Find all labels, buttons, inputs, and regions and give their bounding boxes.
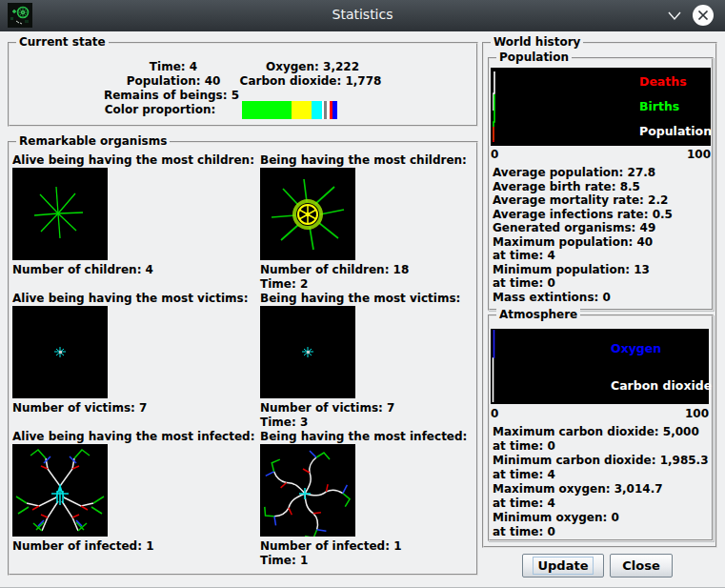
tiny-cyan-organism-icon [260,306,355,398]
yellow-wheel-organism-icon [260,168,355,260]
carbon-dioxide-value: Carbon dioxide: 1,778 [240,74,382,88]
organism-image-most-infected [260,444,355,537]
population-chart: Deaths Births Population [491,68,711,146]
stat-minimum-population: Minimum population: 13 [493,263,673,277]
cell-header: Alive being having the most infected: [12,430,254,444]
remarkable-organisms-title: Remarkable organisms [16,134,170,149]
organism-image-most-victims [260,306,355,398]
legend-deaths: Deaths [639,75,687,88]
cell-caption-2: Time: 2 [260,277,502,292]
current-state-group: Current state Time: 4 Oxygen: 3,222 Popu… [8,42,478,127]
stat-max-oxygen: Maximum oxygen: 3,014.7 [493,482,709,497]
legend-carbon-dioxide: Carbon dioxide [611,379,712,392]
stat-min-co2-time: at time: 4 [493,468,709,482]
cell-header: Alive being having the most children: [12,153,254,168]
world-history-title: World history [491,35,583,50]
cell-caption-2: Time: 3 [260,416,502,430]
cell-most-victims: Being having the most victims: Number of… [260,292,502,430]
remains-value: Remains of beings: 5 [104,89,239,102]
cell-header: Being having the most infected: [260,430,502,444]
stat-min-o2-time: at time: 0 [493,525,709,539]
cell-caption: Number of victims: 7 [12,401,254,416]
remarkable-organisms-group: Remarkable organisms Alive being having … [8,141,478,576]
x-min-label: 0 [491,148,498,161]
stat-max-pop-time: at time: 4 [493,249,673,263]
stat-average-population: Average population: 27.8 [493,166,673,180]
close-icon [697,10,709,21]
stat-average-mortality: Average mortality rate: 2.2 [493,193,673,208]
cell-caption-2: Time: 1 [260,554,502,568]
world-history-group: World history Population Deaths Births P… [482,42,717,548]
population-panel: Population Deaths Births Population 0 10… [488,57,714,311]
cell-header: Alive being having the most victims: [12,292,254,306]
close-button[interactable]: Close [610,554,673,578]
green-star-organism-icon [12,168,108,260]
stat-maximum-population: Maximum population: 40 [493,235,673,250]
stat-min-pop-time: at time: 0 [493,276,673,291]
cell-header: Being having the most children: [260,153,502,168]
organism-image-most-victims-alive [12,306,108,398]
population-value: Population: 40 [127,74,221,88]
population-x-axis: 0 100 [491,148,711,161]
update-button-label: Update [533,557,594,575]
shade-chevron-icon[interactable] [666,10,683,23]
color-segment-green [242,101,292,119]
population-stats: Average population: 27.8 Average birth r… [493,166,673,304]
stat-min-co2: Minimum carbon dioxide: 1,985.3 [493,454,709,468]
color-segment-yellow [292,101,312,119]
stat-generated-organisms: Generated organisms: 49 [493,221,673,235]
statistics-window: Statistics Current state Time: 4 Oxygen:… [0,0,725,588]
stat-max-o2-time: at time: 4 [493,497,709,511]
legend-oxygen: Oxygen [611,342,661,355]
cell-caption: Number of infected: 1 [260,539,502,554]
legend-population: Population [639,125,712,137]
tiny-cyan-organism-icon [12,306,108,398]
stat-average-birth-rate: Average birth rate: 8.5 [493,180,673,194]
legend-births: Births [639,100,679,112]
atmosphere-panel: Atmosphere Oxygen Carbon dioxide 0 100 M… [488,314,714,541]
atmosphere-chart-lines [491,329,709,404]
atmosphere-chart: Oxygen Carbon dioxide [491,329,709,404]
stat-average-infections: Average infections rate: 0.5 [493,208,673,222]
stat-max-co2: Maximum carbon dioxide: 5,000 [493,425,709,439]
atmosphere-panel-title: Atmosphere [496,308,580,322]
color-proportion-bar [242,101,337,119]
stat-mass-extinctions: Mass extintions: 0 [493,291,673,305]
cell-most-victims-alive: Alive being having the most victims: Num… [12,292,254,416]
window-title: Statistics [0,7,725,22]
cell-caption: Number of victims: 7 [260,401,502,416]
cell-caption: Number of infected: 1 [12,539,254,554]
branched-organism-icon [12,444,108,537]
population-panel-title: Population [496,51,572,65]
x-max-label: 100 [687,148,711,161]
organism-image-most-children [260,168,355,260]
atmosphere-stats: Maximum carbon dioxide: 5,000 at time: 0… [493,425,709,539]
titlebar[interactable]: Statistics [0,0,725,31]
close-button-label: Close [622,558,659,573]
organism-image-most-children-alive [12,168,108,260]
cell-caption: Number of children: 4 [12,263,254,277]
stat-min-oxygen: Minimum oxygen: 0 [493,511,709,525]
stat-max-co2-time: at time: 0 [493,439,709,454]
close-window-button[interactable] [693,5,714,26]
cell-most-infected-alive: Alive being having the most infected: [12,430,254,554]
atmosphere-x-axis: 0 100 [491,407,709,420]
time-value: Time: 4 [150,60,197,73]
cell-header: Being having the most victims: [260,292,502,306]
cell-most-infected: Being having the most infected: [260,430,502,568]
cell-most-children-alive: Alive being having the most children: Nu… [12,153,254,277]
cell-most-children: Being having the most children: [260,153,502,292]
color-segment-cyan [312,101,322,119]
cell-caption: Number of children: 18 [260,263,502,277]
pinwheel-organism-icon [260,444,355,537]
organism-image-most-infected-alive [12,444,108,537]
x-max-label: 100 [685,407,709,420]
update-button[interactable]: Update [522,554,604,578]
color-segment-blue [332,101,337,119]
current-state-title: Current state [16,35,109,50]
oxygen-value: Oxygen: 3,222 [266,60,359,73]
x-min-label: 0 [491,407,498,420]
color-proportion-label: Color proportion: [105,103,215,116]
